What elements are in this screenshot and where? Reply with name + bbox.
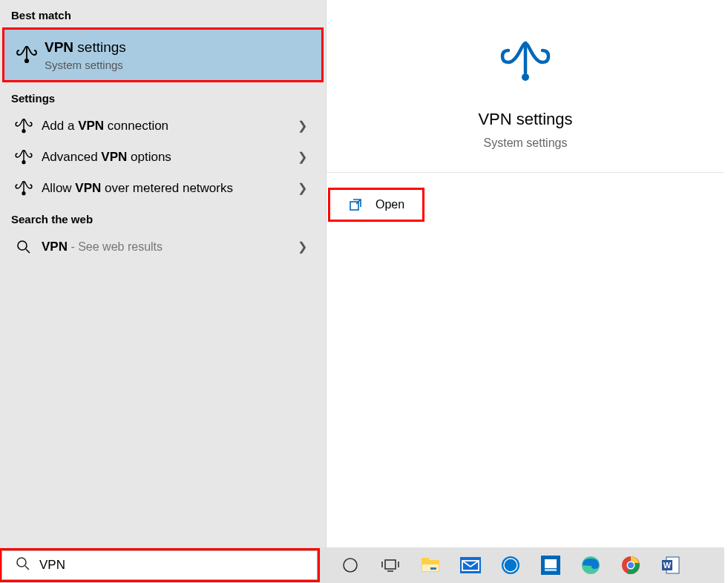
svg-point-3 xyxy=(22,130,25,133)
word-icon[interactable]: W xyxy=(653,550,689,581)
svg-point-11 xyxy=(522,73,529,81)
vpn-icon xyxy=(11,181,36,196)
chevron-right-icon: ❯ xyxy=(298,240,315,254)
chevron-right-icon: ❯ xyxy=(298,150,315,164)
open-icon xyxy=(349,198,362,211)
svg-point-15 xyxy=(344,559,357,572)
search-icon xyxy=(11,240,36,254)
file-explorer-icon[interactable] xyxy=(413,550,448,581)
svg-rect-29 xyxy=(545,559,557,568)
vpn-icon xyxy=(14,46,39,64)
svg-line-9 xyxy=(26,249,30,253)
best-match-text: VPN settings System settings xyxy=(45,39,126,71)
detail-pane: VPN settings System settings Open xyxy=(327,0,724,547)
web-result-vpn[interactable]: VPN - See web results ❯ xyxy=(0,231,326,263)
svg-point-5 xyxy=(22,161,25,164)
chrome-icon[interactable] xyxy=(613,550,649,581)
taskbar: VPN xyxy=(0,547,724,583)
svg-point-1 xyxy=(25,59,28,62)
settings-item-label: Advanced VPN options xyxy=(42,150,298,165)
word-tile-icon[interactable] xyxy=(533,550,568,581)
web-result-label: VPN - See web results xyxy=(42,240,298,254)
settings-item-label: Allow VPN over metered networks xyxy=(42,181,298,196)
dell-icon[interactable] xyxy=(493,550,528,581)
edge-icon[interactable] xyxy=(573,550,609,581)
detail-actions: Open xyxy=(327,173,724,220)
detail-subtitle: System settings xyxy=(484,136,568,150)
svg-rect-21 xyxy=(422,558,429,561)
svg-rect-16 xyxy=(385,560,396,569)
settings-item-add-vpn[interactable]: Add a VPN connection ❯ xyxy=(0,111,326,142)
best-match-vpn-settings[interactable]: VPN settings System settings xyxy=(3,28,323,82)
search-results-panel: Best match VPN settings System settings … xyxy=(0,0,724,547)
chevron-right-icon: ❯ xyxy=(298,119,315,133)
detail-title: VPN settings xyxy=(478,110,572,129)
detail-hero: VPN settings System settings xyxy=(327,0,724,173)
svg-line-14 xyxy=(25,566,29,570)
svg-point-34 xyxy=(628,562,634,568)
svg-text:W: W xyxy=(663,561,672,570)
section-best-match: Best match xyxy=(0,0,326,27)
best-match-subtitle: System settings xyxy=(45,59,126,71)
taskbar-icons: W xyxy=(332,547,689,583)
open-action[interactable]: Open xyxy=(329,189,423,220)
search-icon xyxy=(16,556,30,574)
svg-point-8 xyxy=(18,241,27,250)
results-left-pane: Best match VPN settings System settings … xyxy=(0,0,327,547)
open-label: Open xyxy=(376,198,404,211)
vpn-icon xyxy=(11,150,36,165)
mail-icon[interactable] xyxy=(453,550,488,581)
search-input-text: VPN xyxy=(39,558,65,573)
settings-item-advanced-vpn[interactable]: Advanced VPN options ❯ xyxy=(0,142,326,173)
cortana-icon[interactable] xyxy=(332,550,368,581)
vpn-icon xyxy=(11,119,36,134)
section-web: Search the web xyxy=(0,204,326,231)
settings-item-allow-vpn-metered[interactable]: Allow VPN over metered networks ❯ xyxy=(0,173,326,204)
svg-point-7 xyxy=(22,192,25,195)
task-view-icon[interactable] xyxy=(373,550,408,581)
svg-rect-30 xyxy=(545,569,557,571)
svg-point-13 xyxy=(17,558,26,567)
best-match-title: VPN settings xyxy=(45,39,126,57)
right-edge xyxy=(724,0,728,583)
svg-rect-23 xyxy=(430,567,436,570)
section-settings: Settings xyxy=(0,83,326,111)
vpn-large-icon xyxy=(499,40,551,86)
taskbar-search-box[interactable]: VPN xyxy=(1,550,318,580)
chevron-right-icon: ❯ xyxy=(298,181,315,195)
settings-item-label: Add a VPN connection xyxy=(42,119,298,134)
